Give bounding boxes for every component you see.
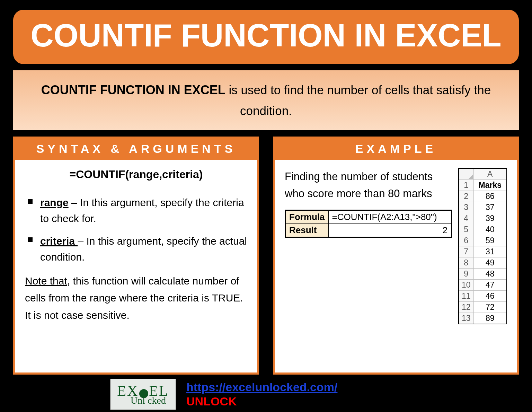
- data-cell: 59: [473, 235, 507, 246]
- syntax-formula: =COUNTIF(range,criteria): [25, 168, 247, 181]
- row-number: 13: [459, 313, 473, 324]
- bullet-icon: [28, 237, 33, 242]
- data-cell: 86: [473, 191, 507, 202]
- row-number: 2: [459, 191, 473, 202]
- arg-desc: – In this argument, specify the criteria…: [40, 197, 244, 225]
- page-title: COUNTIF FUNCTION IN EXCEL: [13, 10, 519, 64]
- note-underline: Note that: [25, 275, 67, 287]
- argument-item: criteria – In this argument, specify the…: [28, 233, 247, 265]
- table-row: Formula =COUNTIF(A2:A13,">80"): [285, 210, 452, 223]
- row-number: 3: [459, 202, 473, 213]
- data-cell: 39: [473, 213, 507, 224]
- formula-value-cell: =COUNTIF(A2:A13,">80"): [328, 210, 451, 223]
- marks-header-cell: Marks: [473, 179, 507, 191]
- table-row: 659: [459, 235, 507, 246]
- footer-text: https://excelunlocked.com/ UNLOCK: [186, 380, 337, 408]
- data-cell: 48: [473, 268, 507, 279]
- table-row: 1389: [459, 313, 507, 324]
- formula-result-table: Formula =COUNTIF(A2:A13,">80") Result 2: [285, 210, 452, 238]
- table-row: 439: [459, 213, 507, 224]
- lock-icon: [139, 389, 148, 398]
- row-number: 7: [459, 246, 473, 257]
- row-number: 12: [459, 301, 473, 313]
- argument-item: range – In this argument, specify the cr…: [28, 195, 247, 227]
- table-row: 286: [459, 191, 507, 202]
- row-number: 10: [459, 279, 473, 290]
- table-row: 731: [459, 246, 507, 257]
- triangle-icon: [469, 175, 473, 179]
- table-row: 1272: [459, 301, 507, 313]
- row-number: 11: [459, 290, 473, 301]
- arg-name: criteria: [40, 235, 78, 247]
- data-cell: 37: [473, 202, 507, 213]
- syntax-body: =COUNTIF(range,criteria) range – In this…: [13, 160, 259, 375]
- table-row: 948: [459, 268, 507, 279]
- table-row: Result 2: [285, 223, 452, 237]
- table-row: 849: [459, 257, 507, 268]
- description-intro: COUNTIF FUNCTION IN EXCEL: [41, 83, 225, 97]
- example-column: EXAMPLE Formula =COUNTIF(A2:A13,">80") R…: [273, 137, 519, 375]
- row-number: 1: [459, 179, 473, 191]
- row-number: 6: [459, 235, 473, 246]
- footer-link[interactable]: https://excelunlocked.com/: [186, 380, 337, 394]
- result-value-cell: 2: [328, 223, 451, 237]
- row-number: 9: [459, 268, 473, 279]
- bullet-icon: [28, 199, 33, 204]
- column-letter: A: [473, 168, 507, 180]
- syntax-note: Note that, this function will calculate …: [25, 272, 247, 324]
- result-label-cell: Result: [285, 223, 329, 237]
- table-row: A: [459, 168, 507, 180]
- excel-sheet: A 1Marks 286 337 439 540 659 731 849 948…: [458, 168, 507, 324]
- data-cell: 31: [473, 246, 507, 257]
- example-body: Formula =COUNTIF(A2:A13,">80") Result 2: [273, 160, 519, 375]
- footer-tag: UNLOCK: [186, 395, 337, 408]
- example-prompt: Finding the number of students who score…: [285, 168, 447, 202]
- table-row: 540: [459, 224, 507, 235]
- data-cell: 72: [473, 301, 507, 313]
- data-cell: 46: [473, 290, 507, 301]
- table-row: 1047: [459, 279, 507, 290]
- formula-label-cell: Formula: [285, 210, 329, 223]
- table-row: 1146: [459, 290, 507, 301]
- description-rest: is used to find the number of cells that…: [225, 83, 491, 117]
- table-row: 337: [459, 202, 507, 213]
- syntax-header: SYNTAX & ARGUMENTS: [13, 137, 259, 160]
- data-cell: 40: [473, 224, 507, 235]
- argument-list: range – In this argument, specify the cr…: [28, 195, 247, 265]
- table-row: 1Marks: [459, 179, 507, 191]
- logo-subtext: Unl cked: [131, 395, 166, 406]
- logo: EX EL Unl cked: [110, 379, 176, 410]
- syntax-column: SYNTAX & ARGUMENTS =COUNTIF(range,criter…: [13, 137, 259, 375]
- row-number: 5: [459, 224, 473, 235]
- description-row: COUNTIF FUNCTION IN EXCEL is used to fin…: [13, 70, 519, 130]
- data-cell: 89: [473, 313, 507, 324]
- svg-marker-0: [469, 175, 473, 179]
- columns-container: SYNTAX & ARGUMENTS =COUNTIF(range,criter…: [13, 137, 519, 375]
- row-number: 8: [459, 257, 473, 268]
- example-header: EXAMPLE: [273, 137, 519, 160]
- footer: EX EL Unl cked https://excelunlocked.com…: [110, 379, 519, 410]
- data-cell: 49: [473, 257, 507, 268]
- row-number: 4: [459, 213, 473, 224]
- sheet-corner: [459, 168, 473, 180]
- data-cell: 47: [473, 279, 507, 290]
- arg-name: range: [40, 197, 69, 208]
